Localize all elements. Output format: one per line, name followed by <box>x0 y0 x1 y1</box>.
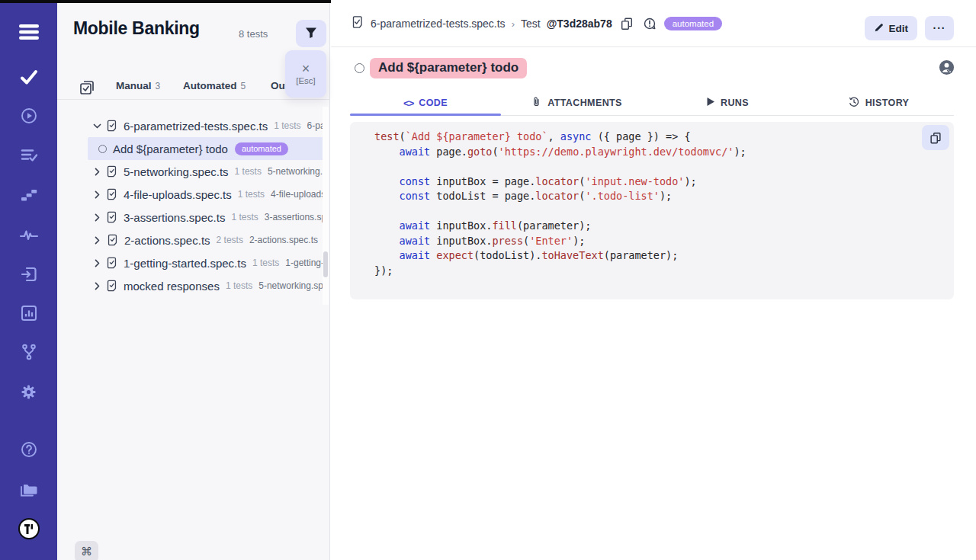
test-title-row: Add ${parameter} todo <box>331 56 976 79</box>
code-line <box>374 204 919 219</box>
copy-test-id-button[interactable] <box>618 17 635 30</box>
suite-file-name: 5-networking.spec.ts <box>258 280 326 291</box>
suite-test-count: 1 tests <box>231 212 258 222</box>
test-status-circle-icon <box>98 145 107 153</box>
filter-button[interactable] <box>296 20 326 47</box>
code-viewer: test(`Add ${parameter} todo`, async ({ p… <box>350 122 954 299</box>
copy-code-button[interactable] <box>922 125 949 150</box>
multi-select-icon[interactable] <box>78 78 96 100</box>
edit-button[interactable]: Edit <box>865 16 918 40</box>
suite-file-name: 3-assertions.spec.t <box>265 212 326 222</box>
test-suite-sidebar: Mobile Banking 8 tests × [Esc] Manual3 A… <box>57 0 330 560</box>
suite-test-count: 1 tests <box>226 280 252 291</box>
suite-test-count: 2 tests <box>217 235 243 245</box>
chevron-right-icon[interactable] <box>92 235 103 245</box>
test-status-circle-icon[interactable] <box>355 63 364 73</box>
code-line: await inputBox.press('Enter'); <box>374 234 919 249</box>
scrollbar-thumb[interactable] <box>323 251 328 277</box>
pencil-icon <box>874 22 884 35</box>
import-sign-in-icon[interactable] <box>0 259 57 290</box>
test-label: Add ${parameter} todo <box>113 142 228 155</box>
tab-automated[interactable]: Automated5 <box>183 80 246 91</box>
hamburger-menu-icon[interactable] <box>0 17 57 47</box>
suite-test-count: 1 tests <box>235 166 262 177</box>
history-clock-icon <box>848 96 860 110</box>
close-icon[interactable]: × <box>302 62 310 75</box>
chevron-right-icon[interactable] <box>92 281 102 291</box>
code-line: await page.goto('https://demo.playwright… <box>374 145 919 160</box>
tab-code[interactable]: <> CODE <box>350 91 501 115</box>
chevron-down-icon[interactable] <box>92 121 102 131</box>
tree-suite-row[interactable]: 4-file-uploads.spec.ts1 tests4-file-uplo… <box>57 183 326 206</box>
status-pending-icon[interactable] <box>641 17 658 30</box>
code-line: const todoList = page.locator('.todo-lis… <box>374 189 919 204</box>
settings-gear-icon[interactable] <box>0 376 57 407</box>
tree-suite-row[interactable]: 1-getting-started.spec.ts1 tests1-gettin… <box>57 251 326 274</box>
tree-suite-row[interactable]: 3-assertions.spec.ts1 tests3-assertions.… <box>57 206 326 229</box>
tree-test-row[interactable]: Add ${parameter} todoautomated <box>88 137 324 160</box>
detail-header: 6-parametrized-tests.spec.ts › Test @T3d… <box>331 0 976 47</box>
project-title: Mobile Banking <box>73 18 200 39</box>
projects-folder-icon[interactable] <box>0 475 57 505</box>
tree-suite-row[interactable]: 2-actions.spec.ts2 tests2-actions.spec.t… <box>57 229 326 251</box>
suite-test-count: 1 tests <box>252 258 279 268</box>
test-title: Add ${parameter} todo <box>370 58 527 78</box>
testomat-logo[interactable] <box>0 514 57 544</box>
chevron-right-icon[interactable] <box>92 167 102 177</box>
code-line: await expect(todoList).toHaveText(parame… <box>374 248 919 264</box>
spec-file-check-icon <box>350 15 364 33</box>
tree-suite-row[interactable]: 5-networking.spec.ts1 tests5-networking.… <box>57 160 326 183</box>
assignee-avatar[interactable] <box>939 59 955 78</box>
spec-tree: 6-parametrized-tests.spec.ts1 tests6-par… <box>57 114 326 297</box>
sidebar-scrollbar <box>323 107 329 305</box>
chevron-right-icon[interactable] <box>92 213 102 222</box>
chevron-right-icon[interactable] <box>92 258 102 268</box>
steps-icon[interactable] <box>0 180 57 210</box>
spec-file-icon <box>106 233 119 247</box>
play-icon <box>706 97 715 109</box>
tree-suite-row[interactable]: mocked responses1 tests5-networking.spec… <box>57 274 326 297</box>
breadcrumb-separator: › <box>512 18 515 30</box>
suite-label: 4-file-uploads.spec.ts <box>124 188 232 201</box>
code-line: test(`Add ${parameter} todo`, async ({ p… <box>374 130 919 145</box>
automated-badge: automated <box>235 142 288 155</box>
pulse-icon[interactable] <box>0 219 57 250</box>
runs-play-circle-icon[interactable] <box>0 101 57 131</box>
funnel-icon <box>305 27 317 41</box>
tests-check-icon[interactable] <box>0 62 57 92</box>
suite-label: mocked responses <box>124 280 220 293</box>
breadcrumb: 6-parametrized-tests.spec.ts › Test @T3d… <box>350 0 722 47</box>
tree-suite-row[interactable]: 6-parametrized-tests.spec.ts1 tests6-par… <box>57 114 326 137</box>
spec-file-icon <box>105 279 118 293</box>
primary-nav-rail <box>0 0 57 560</box>
suite-label: 2-actions.spec.ts <box>124 234 210 247</box>
spec-file-icon <box>105 210 118 224</box>
suite-label: 1-getting-started.spec.ts <box>124 257 246 270</box>
breadcrumb-file[interactable]: 6-parametrized-tests.spec.ts <box>371 18 506 30</box>
suite-test-count: 1 tests <box>274 120 300 131</box>
help-question-icon[interactable] <box>0 434 57 465</box>
tab-runs[interactable]: RUNS <box>652 91 803 115</box>
tab-manual[interactable]: Manual3 <box>116 80 160 91</box>
tab-history[interactable]: HISTORY <box>803 91 954 115</box>
detail-tabs: <> CODE ATTACHMENTS RUNS HISTORY <box>350 91 954 116</box>
spec-file-icon <box>105 165 118 178</box>
test-plans-list-check-icon[interactable] <box>0 140 57 171</box>
active-tab-underline <box>350 114 501 116</box>
command-shortcut-badge[interactable]: ⌘ <box>75 541 98 560</box>
window-top-edge <box>0 0 331 3</box>
esc-hint-label: [Esc] <box>296 76 316 85</box>
analytics-bar-chart-icon[interactable] <box>0 298 57 328</box>
chevron-right-icon[interactable] <box>92 190 102 200</box>
branches-fork-icon[interactable] <box>0 337 57 367</box>
code-line: const inputBox = page.locator('input.new… <box>374 174 919 190</box>
code-content[interactable]: test(`Add ${parameter} todo`, async ({ p… <box>350 122 954 278</box>
suite-label: 6-parametrized-tests.spec.ts <box>124 120 268 133</box>
test-id: @T3d28ab78 <box>547 18 612 30</box>
app-window: Mobile Banking 8 tests × [Esc] Manual3 A… <box>0 0 976 560</box>
paperclip-icon <box>531 96 542 110</box>
code-line <box>374 159 919 174</box>
more-actions-button[interactable]: ··· <box>925 16 954 40</box>
total-tests-count: 8 tests <box>239 28 268 40</box>
tab-attachments[interactable]: ATTACHMENTS <box>501 91 652 115</box>
